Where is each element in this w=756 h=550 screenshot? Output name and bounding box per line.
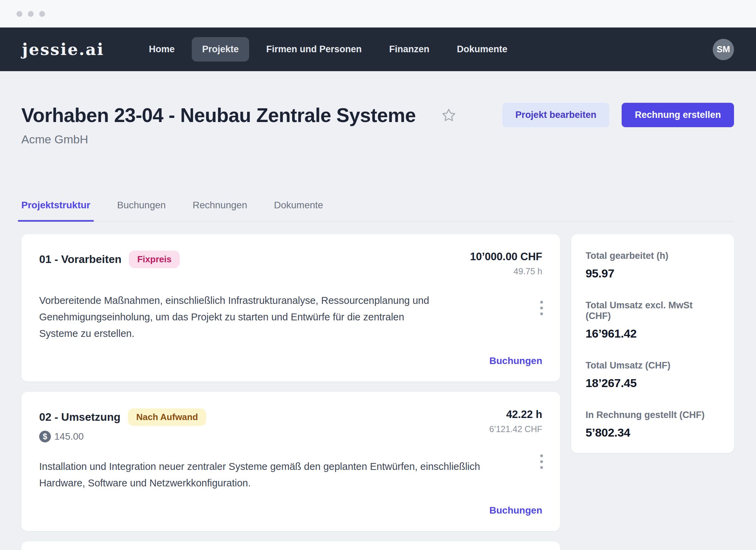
avatar[interactable]: SM [713,39,734,60]
window-chrome [0,0,756,28]
edit-project-button[interactable]: Projekt bearbeiten [502,103,610,127]
phase-description: Vorbereitende Maßnahmen, einschließlich … [39,292,486,342]
tab-dokumente[interactable]: Dokumente [274,200,323,222]
kebab-menu-icon[interactable] [537,452,546,472]
buchungen-link[interactable]: Buchungen [489,505,542,516]
summary-label: In Rechnung gestellt (CHF) [586,410,720,420]
kebab-menu-icon[interactable] [537,298,546,318]
pricing-type-badge: Nach Aufwand [128,408,206,426]
nav-item-home[interactable]: Home [138,37,185,62]
dollar-icon: $ [39,431,51,442]
phase-card-vorarbeiten: 01 - Vorarbeiten Fixpreis 10’000.00 CHF … [21,234,560,382]
summary-sidebar: Total gearbeitet (h) 95.97 Total Umsatz … [571,234,734,453]
page-body: Vorhaben 23-04 - Neubau Zentrale Systeme… [0,71,756,550]
phase-title: 01 - Vorarbeiten [39,253,121,266]
phase-card-umsetzung: 02 - Umsetzung Nach Aufwand $ 145.00 42.… [21,392,560,531]
navbar: jessie.ai Home Projekte Firmen und Perso… [0,28,756,71]
phase-description: Installation und Integration neuer zentr… [39,458,527,491]
summary-card: Total gearbeitet (h) 95.97 Total Umsatz … [571,234,734,453]
phase-hours: 49.75 h [470,266,542,276]
customer-name: Acme GmbH [21,133,734,146]
nav-item-dokumente[interactable]: Dokumente [446,37,518,62]
tab-bar: Projektstruktur Buchungen Rechnungen Dok… [21,200,734,222]
star-icon [441,108,456,123]
window-dot-icon [39,11,45,17]
nav-item-firmen-und-personen[interactable]: Firmen und Personen [256,37,372,62]
nav-item-projekte[interactable]: Projekte [192,37,249,62]
tab-rechnungen[interactable]: Rechnungen [192,200,247,222]
page-title: Vorhaben 23-04 - Neubau Zentrale Systeme [21,104,416,126]
summary-value: 18’267.45 [586,376,720,390]
nav-item-finanzen[interactable]: Finanzen [379,37,440,62]
app-logo[interactable]: jessie.ai [22,40,104,59]
tab-projektstruktur[interactable]: Projektstruktur [21,200,90,222]
page-header: Vorhaben 23-04 - Neubau Zentrale Systeme… [21,71,734,127]
pricing-type-badge: Fixpreis [129,251,180,268]
phase-card-partial [21,541,560,550]
summary-value: 5’802.34 [586,426,720,439]
create-invoice-button[interactable]: Rechnung erstellen [622,103,734,127]
phase-amount: 6’121.42 CHF [489,424,542,434]
phase-amount: 10’000.00 CHF [470,251,542,263]
phase-list: 01 - Vorarbeiten Fixpreis 10’000.00 CHF … [21,234,560,550]
phase-hours: 42.22 h [489,408,542,421]
window-dot-icon [28,11,34,17]
nav-items: Home Projekte Firmen und Personen Finanz… [138,37,518,62]
phase-title: 02 - Umsetzung [39,411,120,424]
buchungen-link[interactable]: Buchungen [489,355,542,366]
summary-label: Total Umsatz excl. MwSt (CHF) [586,300,720,321]
summary-value: 95.97 [586,267,720,280]
favorite-star-button[interactable] [441,108,456,123]
window-dot-icon [16,11,22,17]
summary-value: 16’961.42 [586,327,720,340]
summary-label: Total gearbeitet (h) [586,251,720,261]
summary-label: Total Umsatz (CHF) [586,360,720,371]
tab-buchungen[interactable]: Buchungen [117,200,166,222]
hourly-rate: 145.00 [54,431,84,442]
